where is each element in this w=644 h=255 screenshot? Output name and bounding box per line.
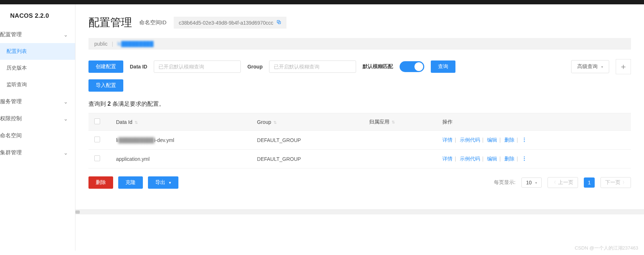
result-suffix: 条满足要求的配置。 <box>111 101 164 107</box>
advanced-query-dropdown[interactable]: 高级查询 ▾ <box>571 60 609 73</box>
sidebar-item-config-list[interactable]: 配置列表 <box>0 43 75 60</box>
sort-icon: ⇅ <box>135 120 137 125</box>
result-summary: 查询到 2 条满足要求的配置。 <box>88 100 644 108</box>
data-id-label: Data ID <box>130 64 147 70</box>
query-button[interactable]: 查询 <box>431 60 455 73</box>
cell-ops: 详情| 示例代码| 编辑| 删除| ⋯ <box>437 131 631 150</box>
batch-delete-button[interactable]: 删除 <box>88 176 113 189</box>
watermark: CSDN @一个人的江湖237463 <box>575 245 638 251</box>
result-prefix: 查询到 <box>88 101 107 107</box>
clone-button[interactable]: 克隆 <box>118 176 143 189</box>
page-size-select[interactable]: 10 ▾ <box>521 177 542 188</box>
fuzzy-toggle[interactable] <box>400 61 424 72</box>
fuzzy-label: 默认模糊匹配 <box>363 63 393 70</box>
namespace-id-label: 命名空间ID <box>139 19 166 26</box>
pagination: 每页显示: 10 ▾ 〈 上一页 1 下一页 〉 <box>494 177 631 188</box>
sidebar-item-label: 历史版本 <box>7 65 27 71</box>
chevron-down-icon: ⌄ <box>62 150 69 156</box>
page-size-label: 每页显示: <box>494 179 516 186</box>
row-checkbox[interactable] <box>94 155 100 161</box>
cell-app <box>363 150 437 168</box>
chevron-down-icon: ⌄ <box>62 32 69 38</box>
chevron-left-icon: 〈 <box>552 180 556 185</box>
namespace-tabs: public | lc█████████ <box>88 38 631 50</box>
advanced-query-label: 高级查询 <box>577 63 598 70</box>
chevron-down-icon: ▾ <box>535 181 537 185</box>
cell-group: DEFAULT_GROUP <box>251 150 363 168</box>
col-group[interactable]: Group⇅ <box>251 113 363 131</box>
col-ops: 操作 <box>437 113 631 131</box>
cell-data-id: application.yml <box>110 150 251 168</box>
sidebar-item-label: 监听查询 <box>7 81 27 87</box>
group-label: Group <box>247 64 263 70</box>
cell-group: DEFAULT_GROUP <box>251 131 363 150</box>
group-input[interactable] <box>269 60 356 73</box>
op-sample[interactable]: 示例代码 <box>460 156 480 162</box>
table-footer: 删除 克隆 导出 ▾ 每页显示: 10 ▾ 〈 上一页 1 <box>88 176 631 189</box>
namespace-id-text: c38b64d5-02e3-49d8-9b4f-a139d6970ccc <box>179 20 273 26</box>
sidebar-item-service-mgmt[interactable]: 服务管理 ⌄ <box>0 93 75 110</box>
col-app[interactable]: 归属应用⇅ <box>363 113 437 131</box>
search-toolbar: 创建配置 Data ID Group 默认模糊匹配 查询 高级查询 ▾ ＋ <box>88 59 631 74</box>
import-config-button[interactable]: 导入配置 <box>88 79 123 92</box>
next-page-button[interactable]: 下一页 〉 <box>600 177 631 188</box>
op-detail[interactable]: 详情 <box>442 156 453 162</box>
more-icon[interactable]: ⋯ <box>521 156 527 161</box>
table-row: application.yml DEFAULT_GROUP 详情| 示例代码| … <box>88 150 631 168</box>
sidebar-item-cluster-mgmt[interactable]: 集群管理 ⌄ <box>0 144 75 161</box>
data-id-input[interactable] <box>154 60 241 73</box>
op-edit[interactable]: 编辑 <box>487 137 497 143</box>
op-delete[interactable]: 删除 <box>504 137 515 143</box>
sidebar-item-namespace[interactable]: 命名空间 <box>0 127 75 144</box>
more-icon[interactable]: ⋯ <box>521 137 527 142</box>
op-sample[interactable]: 示例代码 <box>460 137 480 143</box>
sidebar-item-config-mgmt[interactable]: 配置管理 ⌄ <box>0 26 75 43</box>
sidebar-item-listener-query[interactable]: 监听查询 <box>0 76 75 93</box>
row-checkbox[interactable] <box>94 137 100 142</box>
prev-page-button[interactable]: 〈 上一页 <box>548 177 578 188</box>
add-button[interactable]: ＋ <box>616 59 631 74</box>
chevron-down-icon: ⌄ <box>62 116 69 122</box>
brand-logo: NACOS 2.2.0 <box>0 4 75 26</box>
sidebar-item-label: 配置列表 <box>7 48 27 54</box>
sidebar-item-history[interactable]: 历史版本 <box>0 60 75 76</box>
tab-separator: | <box>112 41 113 47</box>
select-all-checkbox[interactable] <box>94 118 100 124</box>
create-config-button[interactable]: 创建配置 <box>88 60 123 73</box>
chevron-right-icon: 〉 <box>623 180 626 185</box>
chevron-down-icon: ▾ <box>169 180 171 185</box>
tab-current-namespace[interactable]: lc█████████ <box>117 41 153 47</box>
col-data-id[interactable]: Data Id⇅ <box>110 113 251 131</box>
namespace-id-value: c38b64d5-02e3-49d8-9b4f-a139d6970ccc <box>174 17 286 29</box>
cell-data-id: li██████████i-dev.yml <box>110 131 251 150</box>
sidebar-item-label: 命名空间 <box>0 132 22 139</box>
table-row: li██████████i-dev.yml DEFAULT_GROUP 详情| … <box>88 131 631 150</box>
sidebar: NACOS 2.2.0 配置管理 ⌄ 配置列表 历史版本 监听查询 服务管理 ⌄… <box>0 4 75 251</box>
chevron-down-icon: ▾ <box>601 65 603 69</box>
horizontal-scrollbar[interactable] <box>75 209 644 214</box>
sidebar-item-label: 配置管理 <box>0 31 22 38</box>
tab-public[interactable]: public <box>94 41 108 47</box>
sort-icon: ⇅ <box>392 120 394 124</box>
main-content: 配置管理 命名空间ID c38b64d5-02e3-49d8-9b4f-a139… <box>75 4 644 251</box>
config-table: Data Id⇅ Group⇅ 归属应用⇅ 操作 li██████████i-d… <box>88 113 631 168</box>
cell-app <box>363 131 437 150</box>
sidebar-item-label: 集群管理 <box>0 149 22 156</box>
page-title: 配置管理 <box>88 15 132 30</box>
op-delete[interactable]: 删除 <box>504 156 515 162</box>
sort-icon: ⇅ <box>273 120 276 125</box>
op-detail[interactable]: 详情 <box>442 137 453 143</box>
export-button[interactable]: 导出 ▾ <box>148 176 178 189</box>
table-header-row: Data Id⇅ Group⇅ 归属应用⇅ 操作 <box>88 113 631 131</box>
prev-label: 上一页 <box>558 179 573 186</box>
sidebar-item-label: 权限控制 <box>0 115 22 122</box>
sidebar-item-label: 服务管理 <box>0 98 22 105</box>
copy-icon[interactable] <box>276 20 281 26</box>
page-number-current[interactable]: 1 <box>584 177 595 188</box>
chevron-down-icon: ⌄ <box>62 99 69 105</box>
page-header: 配置管理 命名空间ID c38b64d5-02e3-49d8-9b4f-a139… <box>88 4 644 38</box>
page-size-value: 10 <box>526 180 532 185</box>
op-edit[interactable]: 编辑 <box>487 156 497 162</box>
sidebar-item-permission[interactable]: 权限控制 ⌄ <box>0 110 75 127</box>
batch-actions: 删除 克隆 导出 ▾ <box>88 176 178 189</box>
